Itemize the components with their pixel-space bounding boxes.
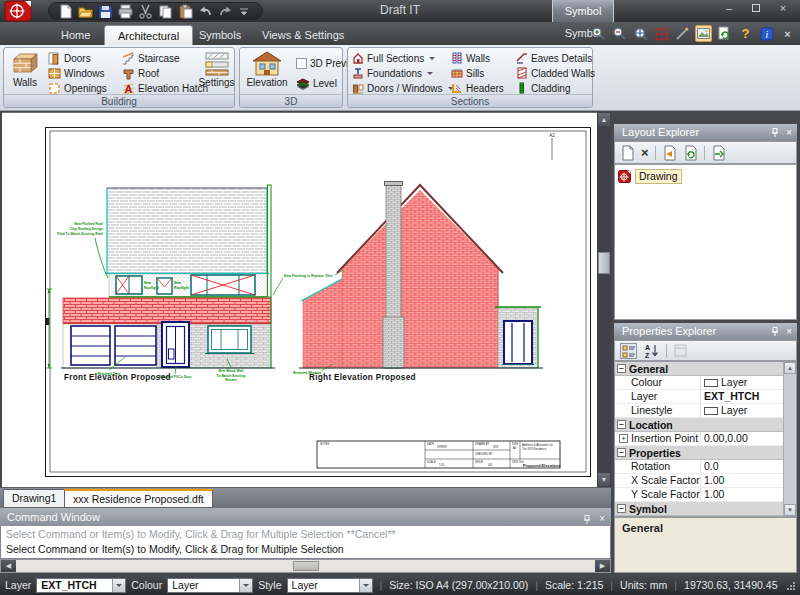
sills-button[interactable]: Sills <box>451 66 484 80</box>
property-row[interactable]: Rotation0.0 <box>615 460 796 474</box>
info-icon[interactable]: i <box>758 25 775 42</box>
chevron-down-icon[interactable] <box>359 579 372 592</box>
3d-preview-checkbox[interactable] <box>296 58 307 69</box>
snap-grid-icon[interactable] <box>653 25 670 42</box>
close-layout-explorer-icon[interactable]: × <box>786 124 792 141</box>
property-row[interactable]: LinestyleLayer <box>615 404 796 418</box>
tab-architectural[interactable]: Architectural <box>104 25 193 45</box>
import-layout-icon[interactable] <box>662 145 677 161</box>
tab-home[interactable]: Home <box>48 25 103 45</box>
style-combo[interactable]: Layer <box>287 578 373 593</box>
paste-icon[interactable] <box>178 4 193 19</box>
undo-icon[interactable] <box>198 4 213 19</box>
vertical-scrollbar[interactable]: ▲ ▼ <box>597 112 611 487</box>
level-button[interactable]: Level <box>296 76 337 90</box>
property-pages-icon[interactable] <box>673 343 689 358</box>
help-icon[interactable]: ? <box>737 25 754 42</box>
colour-swatch[interactable] <box>704 379 718 387</box>
properties-scrollbar[interactable]: ▲ ▼ <box>783 362 796 516</box>
chevron-down-icon[interactable] <box>239 579 252 592</box>
save-icon[interactable] <box>98 4 113 19</box>
reload-layout-icon[interactable] <box>683 145 698 161</box>
property-group[interactable]: −Symbol <box>615 502 796 516</box>
eaves-details-button[interactable]: Eaves Details <box>516 51 592 65</box>
property-group[interactable]: −Properties <box>615 446 796 460</box>
new-layout-icon[interactable] <box>620 145 635 161</box>
pin-icon[interactable] <box>771 127 779 138</box>
command-window-titlebar[interactable]: Command Window × <box>0 508 611 526</box>
property-row[interactable]: X Scale Factor1.00 <box>615 474 796 488</box>
staircase-button[interactable]: Staircase <box>122 51 180 65</box>
maximize-button[interactable] <box>749 2 763 14</box>
cladding-button[interactable]: Cladding <box>516 81 570 95</box>
section-walls-button[interactable]: Walls <box>451 51 490 65</box>
property-row[interactable]: LayerEXT_HTCH <box>615 390 796 404</box>
close-panel-icon[interactable]: × <box>779 25 796 42</box>
full-sections-button[interactable]: Full Sections <box>352 51 435 65</box>
zoom-extents-icon[interactable] <box>632 25 649 42</box>
property-group[interactable]: −General <box>615 362 796 376</box>
horizontal-scroll-thumb[interactable] <box>293 561 319 571</box>
export-layout-icon[interactable] <box>711 145 726 161</box>
command-history[interactable]: Select Command or Item(s) to Modify, Cli… <box>0 526 611 559</box>
minimize-button[interactable]: – <box>722 2 736 14</box>
redo-icon[interactable] <box>218 4 233 19</box>
zoom-out-icon[interactable] <box>611 25 628 42</box>
roof-button[interactable]: Roof <box>122 66 159 80</box>
doc-tab-residence[interactable]: xxx Residence Proposed.dft <box>64 489 213 508</box>
windows-button[interactable]: Windows <box>48 66 105 80</box>
property-group[interactable]: −Location <box>615 418 796 432</box>
delete-layout-icon[interactable]: × <box>641 145 649 160</box>
scroll-left-icon[interactable]: ◀ <box>1 560 16 572</box>
app-logo-icon[interactable] <box>3 0 35 22</box>
walls-button[interactable]: Walls <box>5 49 45 88</box>
draw-icon[interactable] <box>674 25 691 42</box>
zoom-in-icon[interactable] <box>590 25 607 42</box>
scroll-down-icon[interactable]: ▼ <box>784 504 796 516</box>
elevation-hatch-button[interactable]: AElevation Hatch <box>122 81 208 95</box>
close-command-window-icon[interactable]: × <box>599 510 605 528</box>
doors-button[interactable]: Doors <box>48 51 91 65</box>
foundations-button[interactable]: Foundations <box>352 66 433 80</box>
colour-combo[interactable]: Layer <box>167 578 253 593</box>
doors-windows-button[interactable]: Doors / Windows <box>352 81 454 95</box>
categorized-view-icon[interactable] <box>620 343 637 359</box>
close-button[interactable]: × <box>776 2 790 14</box>
scroll-right-icon[interactable]: ▶ <box>595 560 610 572</box>
layer-combo[interactable]: EXT_HTCH <box>36 578 126 593</box>
open-icon[interactable] <box>78 4 93 19</box>
close-properties-explorer-icon[interactable]: × <box>786 323 792 340</box>
layout-explorer-titlebar[interactable]: Layout Explorer × <box>614 124 797 141</box>
openings-button[interactable]: Openings <box>48 81 107 95</box>
properties-explorer-titlebar[interactable]: Properties Explorer × <box>614 323 797 340</box>
sort-az-icon[interactable]: AZ <box>643 343 660 359</box>
layout-item-drawing[interactable]: Drawing <box>615 165 796 188</box>
command-horizontal-scrollbar[interactable]: ◀ ▶ <box>0 559 611 573</box>
scroll-down-icon[interactable]: ▼ <box>598 473 610 486</box>
pin-icon[interactable] <box>583 514 591 525</box>
new-icon[interactable] <box>58 4 73 19</box>
refresh-icon[interactable] <box>716 25 733 42</box>
expand-icon[interactable]: + <box>619 434 628 443</box>
doc-tab-drawing1[interactable]: Drawing1 <box>3 489 65 508</box>
tab-views-settings[interactable]: Views & Settings <box>249 25 357 45</box>
image-preview-icon[interactable] <box>695 25 712 42</box>
headers-button[interactable]: Headers <box>451 81 504 95</box>
property-row[interactable]: Y Scale Factor1.00 <box>615 488 796 502</box>
settings-button[interactable]: Settings <box>198 49 235 88</box>
chevron-down-icon[interactable] <box>112 579 125 592</box>
property-row[interactable]: ColourLayer <box>615 376 796 390</box>
vertical-scroll-thumb[interactable] <box>598 252 610 274</box>
cladded-walls-button[interactable]: Cladded Walls <box>516 66 595 80</box>
tab-symbols[interactable]: Symbols <box>186 25 254 45</box>
linestyle-swatch[interactable] <box>704 407 718 415</box>
copy-icon[interactable] <box>158 4 173 19</box>
scroll-up-icon[interactable]: ▲ <box>784 362 796 374</box>
scroll-up-icon[interactable]: ▲ <box>598 113 610 126</box>
elevation-button[interactable]: Elevation <box>242 49 292 88</box>
property-row[interactable]: +Insertion Point0.00,0.00 <box>615 432 796 446</box>
resize-grip[interactable] <box>786 581 795 590</box>
drawing-sheet[interactable]: A2 <box>45 127 591 477</box>
print-icon[interactable] <box>118 4 133 19</box>
cut-icon[interactable] <box>138 4 153 19</box>
